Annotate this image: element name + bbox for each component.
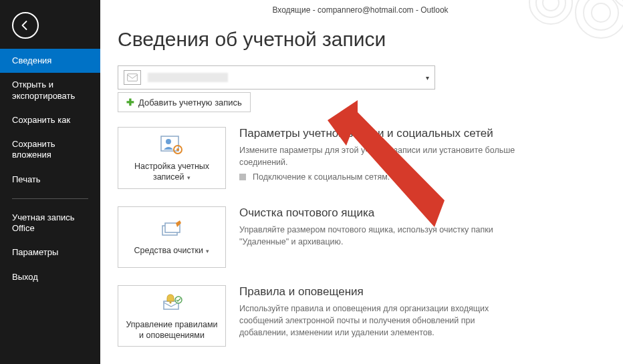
sidebar-item-open-export[interactable]: Открыть и экспортировать <box>0 73 100 108</box>
svg-point-11 <box>176 148 179 151</box>
svg-point-6 <box>612 0 623 8</box>
app-root: Сведения Открыть и экспортировать Сохран… <box>0 0 623 364</box>
sidebar-item-info[interactable]: Сведения <box>0 49 100 73</box>
svg-point-4 <box>584 0 618 30</box>
sidebar-item-save-as[interactable]: Сохранить как <box>0 108 100 132</box>
svg-point-15 <box>169 301 171 303</box>
social-connect-link[interactable]: Подключение к социальным сетям. <box>239 172 525 182</box>
cleanup-tools-button[interactable]: Средства очистки ▾ <box>118 206 226 268</box>
add-account-button[interactable]: ✚ Добавить учетную запись <box>118 92 251 112</box>
plus-icon: ✚ <box>126 97 134 108</box>
page-title: Сведения об учетной записи <box>118 28 603 51</box>
account-picker[interactable]: ▾ <box>118 65 435 89</box>
section-cleanup: Средства очистки ▾ Очистка почтового ящи… <box>118 206 525 268</box>
bullet-icon <box>239 174 246 180</box>
cleanup-icon <box>158 218 185 241</box>
svg-rect-7 <box>128 74 138 81</box>
sidebar-item-office-account[interactable]: Учетная запись Office <box>0 206 100 241</box>
svg-point-9 <box>166 139 171 144</box>
section-title: Очистка почтового ящика <box>239 206 525 220</box>
account-settings-button[interactable]: Настройка учетных записей ▾ <box>118 127 226 189</box>
cleanup-tools-label: Средства очистки <box>134 246 203 255</box>
section-rules: Управление правилами и оповещениями Прав… <box>118 285 525 347</box>
sidebar-item-exit[interactable]: Выход <box>0 265 100 289</box>
chevron-down-icon: ▾ <box>205 248 210 254</box>
sections: Настройка учетных записей ▾ Параметры уч… <box>118 127 525 347</box>
bullet-text: Подключение к социальным сетям. <box>253 172 390 182</box>
section-desc: Управляйте размером почтового ящика, исп… <box>239 224 525 248</box>
section-account-settings: Настройка учетных записей ▾ Параметры уч… <box>118 127 525 189</box>
sidebar-item-print[interactable]: Печать <box>0 168 100 192</box>
sidebar-item-save-attachments[interactable]: Сохранить вложения <box>0 132 100 168</box>
mail-account-icon <box>124 70 141 85</box>
rules-icon <box>158 293 185 315</box>
sidebar-divider <box>12 198 88 199</box>
section-title: Параметры учетной записи и социальных се… <box>239 127 525 140</box>
rules-alerts-button[interactable]: Управление правилами и оповещениями <box>118 285 226 347</box>
arrow-left-icon <box>19 19 31 31</box>
section-title: Правила и оповещения <box>239 285 525 299</box>
rules-alerts-label: Управление правилами и оповещениями <box>126 320 217 340</box>
account-name-redacted <box>148 73 228 82</box>
back-button[interactable] <box>12 12 39 39</box>
window-title: Входящие - compannero@hotmail.com - Outl… <box>118 5 603 15</box>
account-settings-label: Настройка учетных записей <box>134 162 209 182</box>
section-desc: Измените параметры для этой учетной запи… <box>239 144 525 168</box>
add-account-label: Добавить учетную запись <box>138 98 242 108</box>
chevron-down-icon: ▾ <box>426 74 429 81</box>
sidebar-item-options[interactable]: Параметры <box>0 240 100 264</box>
main-area: Входящие - compannero@hotmail.com - Outl… <box>100 0 623 364</box>
chevron-down-icon: ▾ <box>186 174 191 181</box>
person-gear-icon <box>158 134 185 157</box>
section-desc: Используйте правила и оповещения для орг… <box>239 303 525 339</box>
backstage-sidebar: Сведения Открыть и экспортировать Сохран… <box>0 0 100 364</box>
